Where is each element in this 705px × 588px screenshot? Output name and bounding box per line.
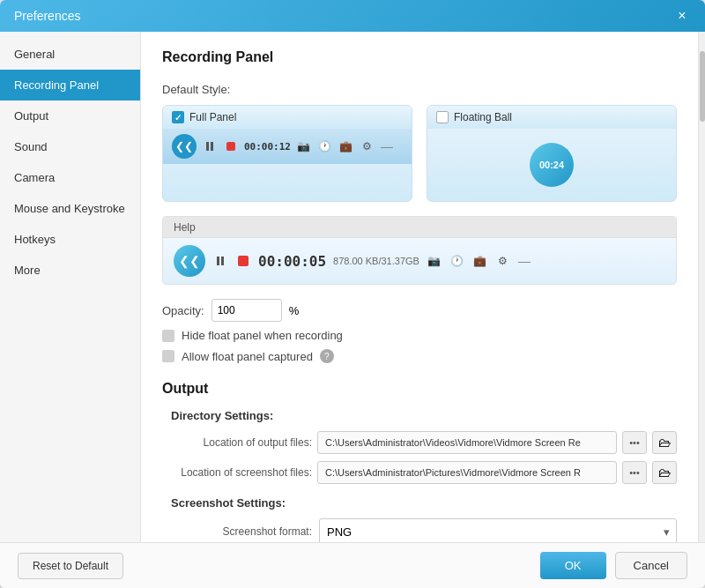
allow-capture-label: Allow float panel captured [182,350,313,363]
screenshot-files-label: Location of screenshot files: [162,466,312,479]
help-pause-btn[interactable] [212,253,228,269]
help-minus-btn[interactable]: — [518,254,531,268]
preferences-dialog: Preferences × General Recording Panel Ou… [0,0,705,588]
sidebar-item-sound[interactable]: Sound [0,131,140,162]
output-files-label: Location of output files: [162,436,312,449]
full-panel-header: Full Panel [163,106,412,129]
help-camera-icon[interactable]: 📷 [427,253,442,269]
help-folder-icon[interactable]: 💼 [472,253,488,269]
output-files-dots-btn[interactable]: ••• [622,431,647,454]
help-file-size: 878.00 KB/31.37GB [333,256,419,266]
full-panel-toolbar: ❮❮ 00:00:12 📷 🕐 💼 ⚙ [163,129,412,164]
reset-button[interactable]: Reset to Default [18,553,123,579]
full-panel-rec-btn[interactable] [223,138,239,154]
allow-capture-checkbox[interactable] [162,350,174,362]
full-panel-folder-icon[interactable]: 💼 [338,138,354,154]
help-clock-icon[interactable]: 🕐 [449,253,465,269]
screenshot-files-dots-btn[interactable]: ••• [622,461,647,484]
sidebar-item-output[interactable]: Output [0,100,140,131]
screenshot-settings-label: Screenshot Settings: [171,496,677,510]
output-section-title: Output [162,381,677,397]
ok-button[interactable]: OK [540,552,606,579]
screenshot-files-path: C:\Users\Administrator\Pictures\Vidmore\… [317,461,617,484]
full-panel-checkbox[interactable] [172,111,184,123]
floating-ball-preview: 00:24 [427,129,676,201]
bottom-bar: Reset to Default OK Cancel [0,542,705,588]
full-panel-clock-icon[interactable]: 🕐 [317,138,333,154]
options-area: Opacity: % Hide float panel when recordi… [162,299,677,363]
full-panel-option[interactable]: Full Panel ❮❮ 00:00:12 📷 [162,105,412,202]
opacity-row: Opacity: % [162,299,677,322]
opacity-percent: % [289,304,300,317]
help-header: Help [163,217,676,238]
floating-ball-name: Floating Ball [454,111,512,123]
full-panel-pause-btn[interactable] [202,138,218,154]
hide-float-row: Hide float panel when recording [162,329,677,342]
output-files-folder-btn[interactable]: 🗁 [652,431,677,454]
scrollbar[interactable] [698,32,705,542]
allow-capture-row: Allow float panel captured ? [162,349,677,363]
format-select-wrapper: PNG JPG BMP GIF [319,518,677,542]
full-panel-settings-icon[interactable]: ⚙ [360,138,375,154]
format-label: Screenshot format: [162,525,312,538]
floating-ball-option[interactable]: Floating Ball 00:24 [427,105,677,202]
sidebar-item-camera[interactable]: Camera [0,162,140,193]
scroll-thumb[interactable] [700,51,705,122]
format-select[interactable]: PNG JPG BMP GIF [319,518,677,542]
floating-ball-header: Floating Ball [427,106,676,129]
main-content: Recording Panel Default Style: Full Pane… [141,32,698,542]
action-buttons: OK Cancel [540,552,687,579]
full-panel-time: 00:00:12 [244,141,291,153]
dialog-title: Preferences [14,9,80,23]
screenshot-files-folder-btn[interactable]: 🗁 [652,461,677,484]
sidebar: General Recording Panel Output Sound Cam… [0,32,141,542]
screenshot-section: Screenshot Settings: Screenshot format: … [162,496,677,542]
full-panel-name: Full Panel [189,111,236,123]
sidebar-item-recording-panel[interactable]: Recording Panel [0,70,140,100]
help-label: Help [174,221,196,234]
output-files-row: Location of output files: C:\Users\Admin… [162,431,677,454]
hide-float-label: Hide float panel when recording [182,329,343,342]
close-button[interactable]: × [673,7,691,25]
format-row: Screenshot format: PNG JPG BMP GIF [162,518,677,542]
opacity-input[interactable] [212,299,282,322]
help-back-btn[interactable]: ❮❮ [174,245,205,277]
full-panel-back-btn[interactable]: ❮❮ [172,134,197,159]
panel-options: Full Panel ❮❮ 00:00:12 📷 [162,105,677,202]
sidebar-item-more[interactable]: More [0,255,140,286]
default-style-label: Default Style: [162,83,677,96]
allow-capture-help-icon[interactable]: ? [320,349,334,363]
screenshot-files-row: Location of screenshot files: C:\Users\A… [162,461,677,484]
recording-panel-title: Recording Panel [162,49,677,69]
directory-settings-label: Directory Settings: [171,409,677,422]
help-time: 00:00:05 [258,253,326,270]
opacity-label: Opacity: [162,304,204,317]
help-section: Help ❮❮ 00:00:05 878.00 KB/31.37GB 📷 [162,216,677,285]
help-rec-btn[interactable] [235,253,251,269]
help-settings-icon[interactable]: ⚙ [495,253,511,269]
cancel-button[interactable]: Cancel [615,552,687,579]
full-panel-camera-icon[interactable]: 📷 [296,138,312,154]
sidebar-item-general[interactable]: General [0,39,140,70]
help-toolbar: ❮❮ 00:00:05 878.00 KB/31.37GB 📷 🕐 💼 ⚙ [163,238,676,284]
dialog-content: General Recording Panel Output Sound Cam… [0,32,705,542]
sidebar-item-hotkeys[interactable]: Hotkeys [0,224,140,255]
floating-ball-checkbox[interactable] [436,111,449,123]
full-panel-minus-btn[interactable]: — [381,139,393,153]
hide-float-checkbox[interactable] [162,330,174,342]
floating-ball-widget: 00:24 [530,143,574,187]
output-files-path: C:\Users\Administrator\Videos\Vidmore\Vi… [317,431,617,454]
sidebar-item-mouse-keystroke[interactable]: Mouse and Keystroke [0,193,140,224]
title-bar: Preferences × [0,0,705,32]
